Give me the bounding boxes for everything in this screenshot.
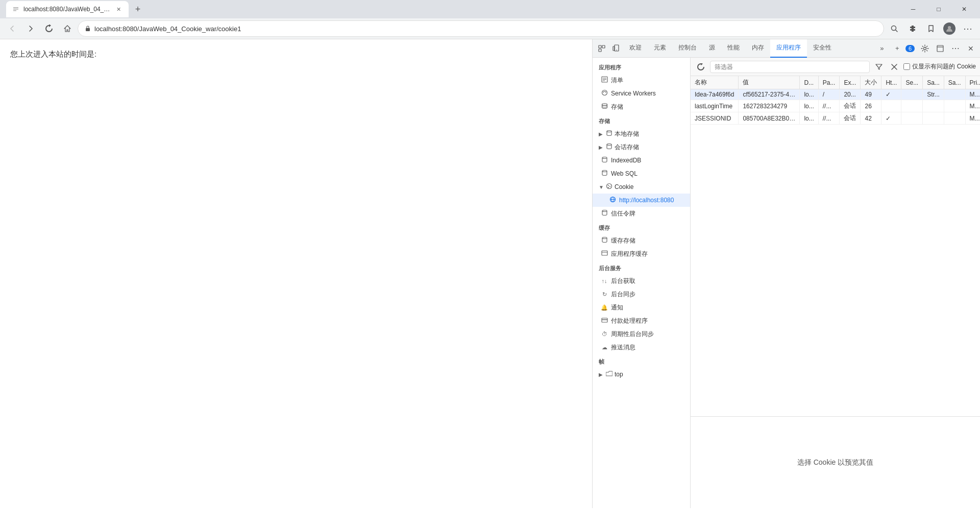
clear-filter-button[interactable] (888, 61, 900, 73)
back-button[interactable] (4, 20, 20, 37)
sidebar-item-indexeddb[interactable]: IndexedDB (593, 154, 690, 167)
cookie-cell-path: //... (818, 100, 840, 112)
more-tabs-button[interactable]: » (875, 41, 889, 56)
sidebar-item-trust-tokens[interactable]: 信任令牌 (593, 207, 690, 220)
tab-console[interactable]: 控制台 (672, 39, 703, 58)
reload-button[interactable] (41, 20, 57, 37)
minimize-button[interactable]: ─ (901, 0, 925, 18)
cookie-cell-domain: lo... (800, 112, 818, 125)
add-panel-button[interactable]: + (890, 41, 904, 56)
col-header-size[interactable]: 大小 (861, 76, 881, 89)
sidebar-item-service-workers[interactable]: Service Workers (593, 87, 690, 100)
sidebar-item-local-storage[interactable]: ▶ 本地存储 (593, 127, 690, 140)
maximize-button[interactable]: □ (927, 0, 950, 18)
tab-close-button[interactable]: ✕ (114, 5, 122, 13)
devtools-tab-bar: 欢迎 元素 控制台 源 性能 内存 应用程序 安全性 » + 6 ⋯ (593, 39, 980, 58)
tab-security[interactable]: 安全性 (807, 39, 838, 58)
app-sidebar: 应用程序 清单 Service Workers (593, 58, 691, 508)
cookie-cell-secure (901, 100, 923, 112)
col-header-expires[interactable]: Ex... (840, 76, 861, 89)
show-issues-checkbox[interactable] (903, 63, 910, 70)
col-header-path[interactable]: Pa... (818, 76, 840, 89)
tab-favicon (12, 6, 19, 13)
close-devtools-button[interactable]: ✕ (964, 41, 978, 56)
cookie-cell-path: //... (818, 112, 840, 125)
push-messages-icon: ☁ (601, 344, 608, 351)
show-issues-filter[interactable]: 仅显示有问题的 Cookie (903, 62, 976, 71)
sidebar-item-bg-fetch[interactable]: ↑↓ 后台获取 (593, 274, 690, 288)
sidebar-item-push-messages[interactable]: ☁ 推送消息 (593, 341, 690, 354)
settings-button[interactable] (918, 41, 932, 56)
manifest-icon (601, 76, 608, 84)
col-header-priority[interactable]: Pri... (965, 76, 980, 89)
more-options-button[interactable]: ⋯ (960, 20, 976, 37)
cookie-cell-samesite2 (944, 89, 965, 100)
cookie-row[interactable]: JSESSIONID085700A8E32B03CCDE300...lo.../… (691, 112, 980, 125)
periodic-sync-icon: ⏱ (601, 331, 608, 337)
cookie-cell-domain: lo... (800, 100, 818, 112)
sidebar-item-cookie-localhost[interactable]: http://localhost:8080 (593, 194, 690, 207)
sidebar-item-manifest[interactable]: 清单 (593, 74, 690, 87)
col-header-name[interactable]: 名称 (691, 76, 739, 89)
tab-performance[interactable]: 性能 (721, 39, 746, 58)
address-bar[interactable]: localhost:8080/JavaWeb_04_Cookie_war/coo… (78, 20, 884, 37)
bookmark-button[interactable] (923, 20, 939, 37)
close-button[interactable]: ✕ (952, 0, 976, 18)
inspect-element-button[interactable] (595, 41, 609, 56)
cookie-cell-expires: 20... (840, 89, 861, 100)
col-header-value[interactable]: 值 (739, 76, 800, 89)
svg-point-14 (924, 47, 926, 50)
forward-button[interactable] (22, 20, 39, 37)
sidebar-item-notifications[interactable]: 🔔 通知 (593, 301, 690, 314)
sidebar-item-cookie[interactable]: ▼ Cookie (593, 180, 690, 194)
indexeddb-label: IndexedDB (611, 157, 641, 164)
sidebar-item-web-sql[interactable]: Web SQL (593, 167, 690, 180)
tab-sources[interactable]: 源 (703, 39, 721, 58)
cookie-cell-size: 42 (861, 112, 881, 125)
session-storage-icon (606, 143, 612, 151)
cookie-cell-httponly: ✓ (881, 89, 901, 100)
cookie-cell-path: / (818, 89, 840, 100)
cookie-row[interactable]: Idea-7a469f6dcf565217-2375-4ce6-bad3...l… (691, 89, 980, 100)
sidebar-item-payment-handler[interactable]: 付款处理程序 (593, 314, 690, 327)
sidebar-item-frames-top[interactable]: ▶ top (593, 368, 690, 381)
sidebar-item-app-cache[interactable]: 应用程序缓存 (593, 247, 690, 260)
tab-application[interactable]: 应用程序 (770, 39, 807, 58)
svg-rect-38 (602, 318, 607, 322)
sidebar-item-bg-sync[interactable]: ↻ 后台同步 (593, 288, 690, 301)
filter-input[interactable] (710, 61, 870, 73)
page-content: 您上次进入本站的时间是: (0, 39, 592, 508)
tab-welcome[interactable]: 欢迎 (623, 39, 648, 58)
sidebar-item-cache-storage[interactable]: 缓存存储 (593, 234, 690, 247)
col-header-samesite2[interactable]: Sa... (944, 76, 965, 89)
bg-fetch-icon: ↑↓ (601, 278, 608, 284)
refresh-cookies-button[interactable] (695, 61, 707, 73)
extensions-button[interactable] (904, 20, 921, 37)
sidebar-item-periodic-sync[interactable]: ⏱ 周期性后台同步 (593, 327, 690, 341)
home-button[interactable] (59, 20, 76, 37)
sidebar-item-session-storage[interactable]: ▶ 会话存储 (593, 140, 690, 154)
svg-point-26 (602, 157, 607, 159)
col-header-secure[interactable]: Se... (901, 76, 923, 89)
more-devtools-button[interactable]: ⋯ (948, 41, 963, 56)
device-toolbar-button[interactable] (609, 41, 623, 56)
new-tab-button[interactable]: + (131, 2, 145, 16)
col-header-samesite[interactable]: Sa... (923, 76, 944, 89)
issues-badge[interactable]: 6 (905, 45, 915, 52)
col-header-domain[interactable]: D... (800, 76, 818, 89)
sidebar-item-storage[interactable]: 存储 (593, 100, 690, 113)
dock-button[interactable] (933, 41, 947, 56)
search-button[interactable] (886, 20, 902, 37)
browser-tab-active[interactable]: localhost:8080/JavaWeb_04_Co... ✕ (6, 1, 129, 17)
cookie-row[interactable]: lastLoginTime1627283234279lo...//...会话26… (691, 100, 980, 112)
tab-title: localhost:8080/JavaWeb_04_Co... (23, 6, 110, 13)
frames-top-label: top (615, 371, 623, 378)
col-header-httponly[interactable]: Ht... (881, 76, 901, 89)
profile-button[interactable] (941, 20, 958, 37)
tab-elements[interactable]: 元素 (648, 39, 672, 58)
filter-options-button[interactable] (873, 61, 885, 73)
bg-sync-label: 后台同步 (611, 290, 635, 299)
cookie-cell-priority: M... (965, 100, 980, 112)
cookie-cell-samesite (923, 100, 944, 112)
tab-memory[interactable]: 内存 (746, 39, 770, 58)
